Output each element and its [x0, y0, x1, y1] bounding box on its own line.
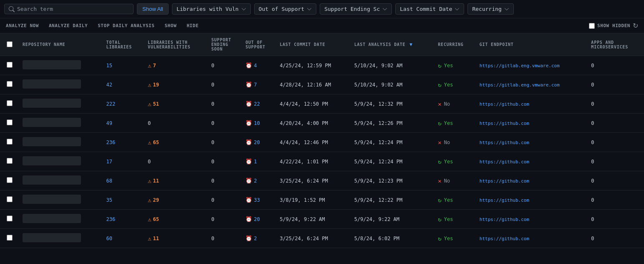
- row-libs-vuln: 0: [144, 114, 208, 133]
- git-endpoint-link[interactable]: https://gitlab.eng.vmware.com: [480, 63, 560, 69]
- row-checkbox[interactable]: [7, 139, 13, 145]
- row-repo-name: [19, 229, 103, 248]
- row-checkbox[interactable]: [7, 216, 13, 221]
- row-last-analysis: 5/10/24, 9:02 AM: [351, 75, 435, 94]
- row-apps: 0: [588, 229, 644, 248]
- show-all-button[interactable]: Show All: [137, 3, 169, 15]
- clock-icon: ⏰: [245, 120, 252, 126]
- show-hidden-checkbox[interactable]: [589, 23, 595, 29]
- row-recurring: ↻Yes: [434, 152, 476, 171]
- row-last-analysis: 5/9/24, 12:24 PM: [351, 152, 435, 171]
- dropdown-libraries-vuln[interactable]: Libraries with Vuln: [172, 3, 251, 15]
- search-icon: [9, 6, 15, 12]
- row-recurring: ↻Yes: [434, 190, 476, 210]
- row-last-analysis: 5/9/24, 12:26 PM: [351, 114, 435, 133]
- table-row: 68 ⚠11 0 ⏰ 2 3/25/24, 6:24 PM 5/9/24, 12…: [0, 171, 644, 190]
- refresh-button[interactable]: ↻: [633, 22, 638, 30]
- table-row: 42 ⚠19 0 ⏰ 7 4/28/24, 12:16 AM 5/10/24, …: [0, 75, 644, 94]
- header-last-commit: LAST COMMIT DATE: [276, 33, 351, 56]
- stop-daily-action[interactable]: STOP DAILY ANALYSIS: [98, 23, 154, 28]
- analyze-daily-action[interactable]: ANALYZE DAILY: [49, 23, 88, 28]
- row-checkbox-cell[interactable]: [0, 190, 19, 210]
- search-box[interactable]: Search term: [4, 4, 134, 14]
- table-row: 35 ⚠29 0 ⏰ 33 3/8/19, 1:52 PM 5/9/24, 12…: [0, 190, 644, 210]
- git-endpoint-link[interactable]: https://github.com: [480, 217, 529, 222]
- row-checkbox[interactable]: [7, 196, 13, 202]
- row-checkbox-cell[interactable]: [0, 152, 19, 171]
- row-git-endpoint[interactable]: https://github.com: [476, 152, 588, 171]
- row-support-ending: 0: [208, 114, 242, 133]
- header-last-analysis: LAST ANALYSIS DATE ▼: [351, 33, 435, 56]
- row-checkbox-cell[interactable]: [0, 210, 19, 229]
- row-last-commit: 4/20/24, 4:00 PM: [276, 114, 351, 133]
- dropdown-out-of-support[interactable]: Out of Support: [254, 3, 317, 15]
- row-out-support: ⏰ 4: [242, 56, 276, 75]
- row-checkbox[interactable]: [7, 177, 13, 183]
- row-checkbox-cell[interactable]: [0, 171, 19, 190]
- select-all-checkbox[interactable]: [7, 41, 13, 47]
- row-git-endpoint[interactable]: https://github.com: [476, 94, 588, 114]
- git-endpoint-link[interactable]: https://github.com: [480, 102, 529, 107]
- row-checkbox-cell[interactable]: [0, 56, 19, 75]
- git-endpoint-link[interactable]: https://github.com: [480, 121, 529, 126]
- row-checkbox-cell[interactable]: [0, 75, 19, 94]
- row-last-analysis: 5/9/24, 9:22 AM: [351, 210, 435, 229]
- row-git-endpoint[interactable]: https://github.com: [476, 229, 588, 248]
- row-repo-name: [19, 56, 103, 75]
- clock-icon: ⏰: [245, 139, 252, 145]
- row-checkbox-cell[interactable]: [0, 229, 19, 248]
- row-recurring: ✕No: [434, 133, 476, 152]
- recurring-no-label: No: [444, 178, 450, 184]
- row-git-endpoint[interactable]: https://github.com: [476, 171, 588, 190]
- dropdown-recurring[interactable]: Recurring: [467, 3, 513, 15]
- row-checkbox[interactable]: [7, 81, 13, 87]
- row-recurring: ↻Yes: [434, 75, 476, 94]
- table-row: 49 0 0 ⏰ 10 4/20/24, 4:00 PM 5/9/24, 12:…: [0, 114, 644, 133]
- dropdown-last-commit[interactable]: Last Commit Date: [395, 3, 464, 15]
- row-checkbox-cell[interactable]: [0, 94, 19, 114]
- row-git-endpoint[interactable]: https://gitlab.eng.vmware.com: [476, 75, 588, 94]
- row-last-commit: 4/4/24, 12:46 PM: [276, 133, 351, 152]
- dropdown-out-of-support-label: Out of Support: [259, 6, 305, 12]
- row-git-endpoint[interactable]: https://github.com: [476, 190, 588, 210]
- row-checkbox[interactable]: [7, 62, 13, 68]
- table-row: 236 ⚠65 0 ⏰ 20 4/4/24, 12:46 PM 5/9/24, …: [0, 133, 644, 152]
- clock-icon: ⏰: [245, 81, 252, 88]
- clock-icon: ⏰: [245, 158, 252, 165]
- git-endpoint-link[interactable]: https://gitlab.eng.vmware.com: [480, 82, 560, 88]
- table-row: 60 ⚠11 0 ⏰ 2 3/25/24, 6:24 PM 5/8/24, 6:…: [0, 229, 644, 248]
- sort-icon[interactable]: ▼: [409, 42, 412, 47]
- git-endpoint-link[interactable]: https://github.com: [480, 198, 529, 203]
- row-checkbox-cell[interactable]: [0, 114, 19, 133]
- row-checkbox[interactable]: [7, 235, 13, 241]
- chevron-down-icon: [382, 7, 387, 12]
- row-checkbox[interactable]: [7, 158, 13, 164]
- git-endpoint-link[interactable]: https://github.com: [480, 159, 529, 165]
- row-git-endpoint[interactable]: https://gitlab.eng.vmware.com: [476, 56, 588, 75]
- row-repo-name: [19, 210, 103, 229]
- analyze-now-action[interactable]: ANALYZE NOW: [6, 23, 39, 28]
- row-last-analysis: 5/9/24, 12:32 PM: [351, 94, 435, 114]
- git-endpoint-link[interactable]: https://github.com: [480, 140, 529, 145]
- row-support-ending: 0: [208, 210, 242, 229]
- row-git-endpoint[interactable]: https://github.com: [476, 133, 588, 152]
- show-action[interactable]: SHOW: [164, 23, 177, 28]
- clock-icon: ⏰: [245, 197, 252, 203]
- row-apps: 0: [588, 75, 644, 94]
- row-checkbox[interactable]: [7, 119, 13, 125]
- row-git-endpoint[interactable]: https://github.com: [476, 210, 588, 229]
- chevron-down-icon: [307, 7, 312, 12]
- git-endpoint-link[interactable]: https://github.com: [480, 178, 529, 184]
- row-git-endpoint[interactable]: https://github.com: [476, 114, 588, 133]
- row-last-analysis: 5/8/24, 6:02 PM: [351, 229, 435, 248]
- dropdown-support-ending[interactable]: Support Ending Sc: [320, 3, 392, 15]
- header-repo-name: REPOSITORY NAME: [19, 33, 103, 56]
- row-checkbox[interactable]: [7, 100, 13, 106]
- hide-action[interactable]: HIDE: [187, 23, 199, 28]
- show-hidden-area: Show Hidden ↻: [589, 22, 638, 30]
- row-last-commit: 4/22/24, 1:01 PM: [276, 152, 351, 171]
- row-repo-name: [19, 190, 103, 210]
- git-endpoint-link[interactable]: https://github.com: [480, 236, 529, 241]
- row-checkbox-cell[interactable]: [0, 133, 19, 152]
- warning-icon: ⚠: [148, 178, 151, 184]
